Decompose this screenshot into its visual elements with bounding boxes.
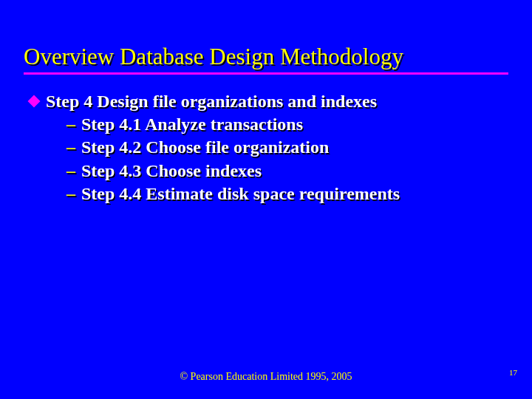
endash-icon: – (66, 113, 75, 136)
bullet-main: Step 4 Design file organizations and ind… (30, 90, 502, 113)
sub-item-text: Step 4.4 Estimate disk space requirement… (81, 183, 400, 205)
endash-icon: – (66, 183, 75, 205)
slide-title: Overview Database Design Methodology (24, 44, 508, 69)
list-item: – Step 4.1 Analyze transactions (66, 113, 502, 136)
sub-item-text: Step 4.2 Choose file organization (81, 136, 329, 159)
slide: Overview Database Design Methodology Ste… (0, 0, 532, 399)
endash-icon: – (66, 136, 75, 159)
sub-item-text: Step 4.1 Analyze transactions (81, 113, 303, 136)
main-item-text: Step 4 Design file organizations and ind… (46, 90, 377, 113)
sub-item-text: Step 4.3 Choose indexes (81, 160, 262, 183)
footer-copyright: © Pearson Education Limited 1995, 2005 (0, 371, 532, 383)
endash-icon: – (66, 160, 75, 183)
title-block: Overview Database Design Methodology (24, 44, 508, 75)
list-item: – Step 4.4 Estimate disk space requireme… (66, 183, 502, 205)
list-item: – Step 4.2 Choose file organization (66, 136, 502, 159)
list-item: – Step 4.3 Choose indexes (66, 160, 502, 183)
body-content: Step 4 Design file organizations and ind… (30, 90, 502, 205)
diamond-bullet-icon (28, 95, 41, 108)
title-underline (24, 72, 508, 75)
sub-list: – Step 4.1 Analyze transactions – Step 4… (66, 113, 502, 205)
page-number: 17 (509, 368, 517, 377)
